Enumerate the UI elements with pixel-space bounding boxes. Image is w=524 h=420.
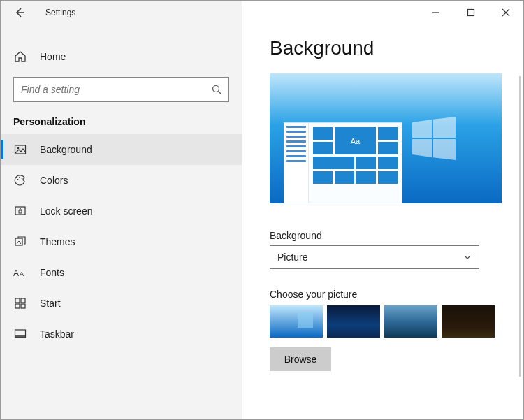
picture-thumbnail[interactable] [442,305,495,338]
picture-icon [13,143,27,156]
nav-label: Lock screen [40,205,92,217]
svg-point-3 [17,147,20,150]
svg-rect-19 [468,10,474,16]
svg-rect-12 [15,298,20,303]
preview-mock-window: Aa [284,122,402,203]
nav-label: Fonts [40,267,64,278]
choose-picture-label: Choose your picture [270,289,523,300]
background-dropdown-label: Background [270,230,523,241]
svg-line-1 [219,92,221,94]
nav-label: Themes [40,236,75,247]
search-input[interactable] [21,84,212,95]
maximize-button[interactable] [460,5,481,20]
search-box[interactable] [13,77,229,102]
svg-marker-24 [412,139,432,157]
nav-label: Background [40,144,92,155]
preview-mock-tiles: Aa [309,123,402,203]
background-dropdown-value: Picture [277,252,308,263]
svg-text:A: A [13,268,19,278]
section-title: Personalization [13,116,242,127]
svg-rect-15 [21,304,25,308]
preview-sample-text: Aa [335,127,376,154]
scrollbar[interactable] [519,76,521,377]
svg-rect-8 [19,210,22,213]
nav-label: Start [40,298,61,309]
preview-mock-sidebar [284,123,309,203]
start-icon [13,297,27,310]
browse-button[interactable]: Browse [270,347,331,371]
svg-point-6 [22,178,23,179]
search-icon [212,85,221,94]
home-icon [13,50,27,63]
nav-item-background[interactable]: Background [1,134,242,165]
svg-point-0 [213,86,219,92]
themes-icon [13,236,27,248]
window-controls [425,5,516,20]
picture-thumbnails [270,305,523,338]
page-title: Background [270,37,523,59]
home-nav-item[interactable]: Home [1,43,242,71]
nav-item-fonts[interactable]: AA Fonts [1,257,242,288]
svg-text:A: A [20,270,24,277]
back-arrow-icon[interactable] [13,6,26,19]
svg-rect-17 [15,335,26,338]
nav-item-themes[interactable]: Themes [1,226,242,257]
svg-rect-13 [21,298,25,303]
minimize-button[interactable] [425,5,446,20]
nav-label: Taskbar [40,328,74,340]
sidebar: Settings Home Personalization Background [1,1,242,419]
taskbar-icon [13,328,27,340]
nav-item-lock-screen[interactable]: Lock screen [1,196,242,226]
svg-point-4 [17,179,19,180]
fonts-icon: AA [13,266,27,279]
lock-screen-icon [13,205,27,217]
svg-point-5 [19,177,20,178]
picture-thumbnail[interactable] [270,305,323,338]
titlebar: Settings [1,1,242,24]
main-content: Background Aa [242,1,523,419]
settings-window: Settings Home Personalization Background [0,0,524,420]
picture-thumbnail[interactable] [327,305,380,338]
nav-label: Colors [40,175,68,186]
nav-item-colors[interactable]: Colors [1,165,242,196]
close-button[interactable] [495,5,516,20]
chevron-down-icon [463,253,472,261]
svg-rect-9 [15,238,22,245]
nav-list: Background Colors Lock screen Themes [1,134,242,349]
nav-item-taskbar[interactable]: Taskbar [1,319,242,349]
background-dropdown[interactable]: Picture [270,245,479,269]
picture-thumbnail[interactable] [384,305,437,338]
home-label: Home [40,51,66,62]
app-title: Settings [45,8,75,17]
svg-marker-25 [433,139,456,160]
palette-icon [13,174,27,187]
background-preview: Aa [270,73,502,203]
windows-logo-icon [412,117,456,160]
svg-marker-23 [433,117,456,138]
svg-rect-14 [15,304,20,308]
svg-marker-22 [412,120,432,138]
nav-item-start[interactable]: Start [1,288,242,319]
